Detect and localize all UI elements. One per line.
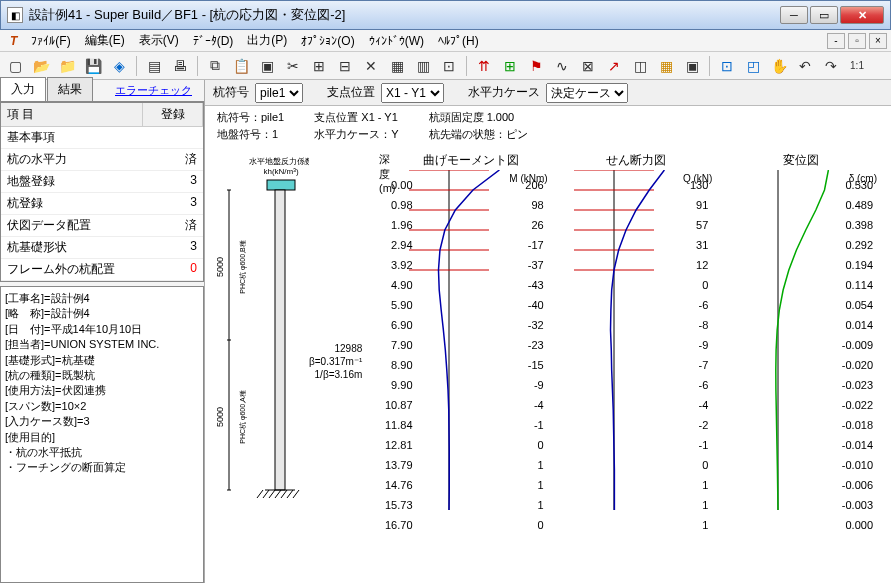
arrow2-icon[interactable]: ↗ xyxy=(603,55,625,77)
menu-output[interactable]: 出力(P) xyxy=(241,30,293,51)
t17-icon[interactable]: ▦ xyxy=(655,55,677,77)
mdi-close[interactable]: × xyxy=(869,33,887,49)
svg-line-11 xyxy=(293,490,299,498)
toolbar: ▢ 📂 📁 💾 ◈ ▤ 🖶 ⧉ 📋 ▣ ✂ ⊞ ⊟ ✕ ▦ ▥ ⊡ ⇈ ⊞ ⚑ … xyxy=(0,52,891,80)
scale-icon[interactable]: 1:1 xyxy=(846,55,868,77)
info-pos: 支点位置 X1 - Y1 xyxy=(314,110,398,125)
t18-icon[interactable]: ▣ xyxy=(681,55,703,77)
maximize-button[interactable]: ▭ xyxy=(810,6,838,24)
chart-area: 水平地盤反力係数 kh(kN/m³) xyxy=(205,146,891,583)
t14-icon[interactable]: ⊠ xyxy=(577,55,599,77)
menu-t[interactable]: T xyxy=(4,32,23,50)
moment-chart: 曲げモーメント図 M (kNm) 2069826-17-37-43-40-32-… xyxy=(389,152,554,577)
ibeta: 1/β=3.16m xyxy=(309,368,362,381)
svg-rect-2 xyxy=(267,180,295,190)
beta-n: 12988 xyxy=(309,342,362,355)
window-title: 設計例41 - Super Build／BF1 - [杭の応力図・変位図-2] xyxy=(29,6,774,24)
menu-data[interactable]: ﾃﾞｰﾀ(D) xyxy=(187,32,240,50)
svg-text:PHC杭 φ600,B種: PHC杭 φ600,B種 xyxy=(239,240,247,294)
print-icon[interactable]: 🖶 xyxy=(169,55,191,77)
grid-row[interactable]: フレーム外の杭配置0 xyxy=(1,259,203,281)
menu-view[interactable]: 表示(V) xyxy=(133,30,185,51)
hdr-reg: 登録 xyxy=(143,103,203,126)
undo-icon[interactable]: ↶ xyxy=(794,55,816,77)
svg-text:5000: 5000 xyxy=(215,407,225,427)
titlebar: ◧ 設計例41 - Super Build／BF1 - [杭の応力図・変位図-2… xyxy=(0,0,891,30)
svg-text:kh(kN/m³): kh(kN/m³) xyxy=(263,167,298,176)
new-icon[interactable]: ▢ xyxy=(4,55,26,77)
minimize-button[interactable]: ─ xyxy=(780,6,808,24)
t6-icon[interactable]: ⊟ xyxy=(334,55,356,77)
svg-line-5 xyxy=(257,490,263,498)
arrow-up-icon[interactable]: ⇈ xyxy=(473,55,495,77)
menu-option[interactable]: ｵﾌﾟｼｮﾝ(O) xyxy=(295,32,360,50)
menu-file[interactable]: ﾌｧｲﾙ(F) xyxy=(25,32,76,50)
open-icon[interactable]: 📂 xyxy=(30,55,52,77)
info-pile: 杭符号：pile1 xyxy=(217,110,284,125)
t9-icon[interactable]: ▥ xyxy=(412,55,434,77)
svg-line-6 xyxy=(263,490,269,498)
info-bar: 杭符号：pile1地盤符号：1 支点位置 X1 - Y1水平力ケース：Y 杭頭固… xyxy=(205,106,891,146)
zoomfit-icon[interactable]: ⊡ xyxy=(716,55,738,77)
svg-line-7 xyxy=(269,490,275,498)
control-bar: 杭符号 pile1 支点位置 X1 - Y1 水平力ケース 決定ケース xyxy=(205,80,891,106)
grid-row[interactable]: 杭基礎形状3 xyxy=(1,237,203,259)
grid-row[interactable]: 地盤登録3 xyxy=(1,171,203,193)
disk-icon[interactable]: ◈ xyxy=(108,55,130,77)
t16-icon[interactable]: ◫ xyxy=(629,55,651,77)
mdi-min[interactable]: - xyxy=(827,33,845,49)
zoomwin-icon[interactable]: ◰ xyxy=(742,55,764,77)
disp-chart: 変位図 δ (cm) 0.5300.4890.3980.2920.1940.11… xyxy=(718,152,883,577)
print-preview-icon[interactable]: ▤ xyxy=(143,55,165,77)
info-fixity: 杭頭固定度 1.000 xyxy=(429,110,528,125)
depth-hdr: 深度(m) xyxy=(379,152,389,174)
hand-icon[interactable]: ✋ xyxy=(768,55,790,77)
svg-text:水平地盤反力係数: 水平地盤反力係数 xyxy=(249,157,309,166)
grid-row[interactable]: 杭の水平力済 xyxy=(1,149,203,171)
svg-text:5000: 5000 xyxy=(215,257,225,277)
grid-icon[interactable]: ⊞ xyxy=(499,55,521,77)
menu-help[interactable]: ﾍﾙﾌﾟ(H) xyxy=(432,32,485,50)
beta: β=0.317m⁻¹ xyxy=(309,355,362,368)
sel-pile[interactable]: pile1 xyxy=(255,83,303,103)
mdi-restore[interactable]: ▫ xyxy=(848,33,866,49)
info-ground: 地盤符号：1 xyxy=(217,127,284,142)
grid-row[interactable]: 伏図データ配置済 xyxy=(1,215,203,237)
error-check-link[interactable]: エラーチェック xyxy=(107,80,200,101)
t8-icon[interactable]: ▦ xyxy=(386,55,408,77)
lbl-pos: 支点位置 xyxy=(327,84,375,101)
t5-icon[interactable]: ⊞ xyxy=(308,55,330,77)
lbl-case: 水平力ケース xyxy=(468,84,540,101)
menu-edit[interactable]: 編集(E) xyxy=(79,30,131,51)
info-case: 水平力ケース：Y xyxy=(314,127,398,142)
grid-row[interactable]: 基本事項 xyxy=(1,127,203,149)
tab-result[interactable]: 結果 xyxy=(47,77,93,101)
save-icon[interactable]: 💾 xyxy=(82,55,104,77)
shear-chart: せん断力図 Q (kN) 130915731120-6-8-9-7-6-4-2-… xyxy=(554,152,719,577)
svg-line-10 xyxy=(287,490,293,498)
items-grid: 項 目登録 基本事項杭の水平力済地盤登録3杭登録3伏図データ配置済杭基礎形状3フ… xyxy=(0,102,204,282)
project-info: [工事名]=設計例4[略 称]=設計例4[日 付]=平成14年10月10日[担当… xyxy=(0,286,204,583)
close-button[interactable]: ✕ xyxy=(840,6,884,24)
cut-icon[interactable]: ✂ xyxy=(282,55,304,77)
hdr-item: 項 目 xyxy=(1,103,143,126)
curve-icon[interactable]: ∿ xyxy=(551,55,573,77)
grid-row[interactable]: 杭登録3 xyxy=(1,193,203,215)
sel-copy-icon[interactable]: ▣ xyxy=(256,55,278,77)
flag-icon[interactable]: ⚑ xyxy=(525,55,547,77)
sel-case[interactable]: 決定ケース xyxy=(546,83,628,103)
paste-icon[interactable]: 📋 xyxy=(230,55,252,77)
t7-icon[interactable]: ✕ xyxy=(360,55,382,77)
svg-rect-3 xyxy=(275,190,285,490)
menu-window[interactable]: ｳｨﾝﾄﾞｳ(W) xyxy=(363,32,430,50)
pile-diagram: 水平地盤反力係数 kh(kN/m³) xyxy=(209,152,309,577)
open2-icon[interactable]: 📁 xyxy=(56,55,78,77)
copy-icon[interactable]: ⧉ xyxy=(204,55,226,77)
sel-pos[interactable]: X1 - Y1 xyxy=(381,83,444,103)
redo-icon[interactable]: ↷ xyxy=(820,55,842,77)
t10-icon[interactable]: ⊡ xyxy=(438,55,460,77)
app-icon: ◧ xyxy=(7,7,23,23)
svg-line-9 xyxy=(281,490,287,498)
tab-input[interactable]: 入力 xyxy=(0,77,46,101)
menubar: T ﾌｧｲﾙ(F) 編集(E) 表示(V) ﾃﾞｰﾀ(D) 出力(P) ｵﾌﾟｼ… xyxy=(0,30,891,52)
